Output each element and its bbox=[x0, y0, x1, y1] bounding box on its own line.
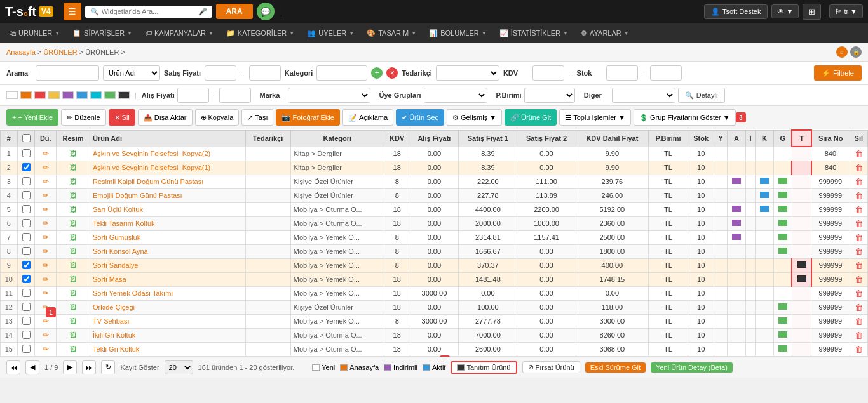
row-name-13[interactable]: TV Sehbası bbox=[90, 314, 246, 328]
row-name-9[interactable]: Sorti Sandalye bbox=[90, 258, 246, 272]
per-page-select[interactable]: 20 50 100 bbox=[165, 360, 193, 374]
row-name-1[interactable]: Aşkın ve Sevginin Felsefesi_Kopya(2) bbox=[90, 147, 246, 161]
flag-green[interactable] bbox=[104, 91, 116, 99]
row-edit-3[interactable]: ✏ bbox=[35, 175, 57, 188]
img-icon-13[interactable]: 🖼 bbox=[70, 317, 77, 325]
flag-blue1[interactable] bbox=[76, 91, 88, 99]
nav-urunler[interactable]: 🛍 ÜRÜNLER ▼ bbox=[3, 25, 66, 41]
detayli-button[interactable]: 🔍 Detaylı bbox=[678, 88, 725, 103]
row-checkbox-8[interactable] bbox=[17, 244, 35, 258]
delete-button-9[interactable]: 🗑 bbox=[855, 261, 863, 270]
delete-button-10[interactable]: 🗑 bbox=[855, 275, 863, 284]
urun-sec-button[interactable]: ✔ Ürün Seç bbox=[396, 109, 444, 126]
row-del-14[interactable]: 🗑 bbox=[850, 328, 867, 342]
row-del-12[interactable]: 🗑 bbox=[850, 300, 867, 314]
sil-button[interactable]: ✕ Sil bbox=[109, 109, 135, 126]
delete-button-5[interactable]: 🗑 bbox=[855, 205, 863, 215]
row-name-12[interactable]: Orkide Çiçeği bbox=[90, 300, 246, 314]
grup-fiyatlari-button[interactable]: 💲 Grup Fiyatlarını Göster ▼ bbox=[634, 109, 736, 126]
edit-button-4[interactable]: ✏ bbox=[43, 191, 49, 200]
row-del-6[interactable]: 🗑 bbox=[850, 216, 867, 230]
row-name-5[interactable]: Sarı Üçlü Koltuk bbox=[90, 202, 246, 216]
row-name-7[interactable]: Sorti Gümüşlük bbox=[90, 230, 246, 244]
row-checkbox-7[interactable] bbox=[17, 230, 35, 244]
row-edit-1[interactable]: ✏ bbox=[35, 147, 57, 161]
edit-button-5[interactable]: ✏ bbox=[43, 205, 49, 214]
row-edit-2[interactable]: ✏ bbox=[35, 161, 57, 175]
row-checkbox-6[interactable] bbox=[17, 216, 35, 230]
edit-button-15[interactable]: ✏ bbox=[43, 345, 49, 353]
delete-button-2[interactable]: 🗑 bbox=[855, 163, 863, 173]
edit-button-11[interactable]: ✏ bbox=[43, 289, 49, 298]
delete-button-4[interactable]: 🗑 bbox=[855, 191, 863, 201]
row-checkbox-1[interactable] bbox=[17, 147, 35, 161]
breadcrumb-urunler1[interactable]: ÜRÜNLER bbox=[43, 48, 77, 56]
edit-button-3[interactable]: ✏ bbox=[43, 177, 49, 186]
lang-button[interactable]: 🏳 tr ▼ bbox=[829, 4, 863, 18]
img-icon-15[interactable]: 🖼 bbox=[70, 345, 77, 353]
legend-aktif[interactable]: Aktif bbox=[423, 364, 445, 371]
stok-from[interactable] bbox=[606, 65, 638, 81]
row-checkbox-5[interactable] bbox=[17, 202, 35, 216]
img-icon-6[interactable]: 🖼 bbox=[70, 220, 77, 227]
row-name-3[interactable]: Resimli Kalpli Doğum Günü Pastası bbox=[90, 175, 246, 188]
row-del-4[interactable]: 🗑 bbox=[850, 188, 867, 202]
edit-button-10[interactable]: ✏ bbox=[43, 275, 49, 284]
row-del-8[interactable]: 🗑 bbox=[850, 244, 867, 258]
row-checkbox-10[interactable] bbox=[17, 272, 35, 286]
row-del-13[interactable]: 🗑 bbox=[850, 314, 867, 328]
row-del-5[interactable]: 🗑 bbox=[850, 202, 867, 216]
img-icon-10[interactable]: 🖼 bbox=[70, 275, 77, 283]
refresh-button[interactable]: ↻ bbox=[101, 360, 115, 374]
eye-button[interactable]: 👁 ▼ bbox=[771, 4, 799, 18]
alis-fiyati-from[interactable] bbox=[177, 88, 209, 103]
flag-black[interactable] bbox=[118, 91, 130, 99]
nav-tasarim[interactable]: 🎨 TASARIM ▼ bbox=[360, 25, 423, 41]
nav-bolumler[interactable]: 📊 BÖLÜMLER ▼ bbox=[423, 25, 492, 41]
row-edit-6[interactable]: ✏ bbox=[35, 216, 57, 230]
row-edit-14[interactable]: ✏ bbox=[35, 328, 57, 342]
flag-orange[interactable] bbox=[20, 91, 32, 99]
urun-adi-select[interactable]: Ürün Adı bbox=[103, 65, 160, 81]
flag-cyan[interactable] bbox=[90, 91, 102, 99]
diger-select[interactable] bbox=[612, 88, 675, 103]
next-page-button[interactable]: ▶ bbox=[63, 360, 77, 374]
row-name-8[interactable]: Sorti Konsol Ayna bbox=[90, 244, 246, 258]
first-page-button[interactable]: ⏮ bbox=[6, 360, 20, 374]
legend-anasayfa[interactable]: Anasayfa bbox=[340, 364, 379, 371]
row-edit-15[interactable]: ✏ bbox=[35, 342, 57, 356]
delete-button-13[interactable]: 🗑 bbox=[855, 317, 863, 326]
row-img-2[interactable]: 🖼 bbox=[57, 161, 90, 175]
nav-istatistikler[interactable]: 📈 İSTATİSTİKLER ▼ bbox=[493, 25, 574, 41]
row-del-7[interactable]: 🗑 bbox=[850, 230, 867, 244]
delete-button-12[interactable]: 🗑 bbox=[855, 303, 863, 312]
nav-kampanyalar[interactable]: 🏷 KAMPANYALAR ▼ bbox=[139, 25, 220, 41]
flag-yellow[interactable] bbox=[48, 91, 60, 99]
fotograf-ekle-button[interactable]: 📷 Fotoğraf Ekle bbox=[276, 109, 339, 126]
delete-button-15[interactable]: 🗑 bbox=[855, 345, 863, 354]
nav-kategoriler[interactable]: 📁 KATEGORİLER ▼ bbox=[220, 25, 301, 41]
kategori-minus-button[interactable]: × bbox=[386, 67, 398, 79]
select-all-checkbox[interactable] bbox=[22, 134, 31, 142]
kdv-from[interactable] bbox=[532, 65, 564, 81]
row-checkbox-14[interactable] bbox=[17, 328, 35, 342]
row-img-13[interactable]: 🖼 bbox=[57, 314, 90, 328]
tanitim-button[interactable]: Tanıtım Ürünü bbox=[451, 361, 517, 374]
row-del-9[interactable]: 🗑 bbox=[850, 258, 867, 272]
img-icon-11[interactable]: 🖼 bbox=[70, 289, 77, 297]
row-checkbox-3[interactable] bbox=[17, 175, 35, 188]
yeni-ekle-button[interactable]: + + Yeni Ekle bbox=[6, 109, 58, 126]
row-checkbox-4[interactable] bbox=[17, 188, 35, 202]
stok-to[interactable] bbox=[650, 65, 682, 81]
grid-button[interactable]: ⊞ bbox=[803, 4, 821, 20]
nav-ayarlar[interactable]: ⚙ AYARLAR ▼ bbox=[574, 25, 635, 41]
row-img-6[interactable]: 🖼 bbox=[57, 216, 90, 230]
firsat-button[interactable]: ⊘ Fırsat Ürünü bbox=[522, 361, 580, 373]
toplu-islemler-button[interactable]: ☰ Toplu İşlemler ▼ bbox=[559, 109, 631, 126]
yeni-urun-button[interactable]: Yeni Ürün Detay (Beta) bbox=[651, 362, 733, 373]
row-del-1[interactable]: 🗑 bbox=[850, 147, 867, 161]
img-icon-8[interactable]: 🖼 bbox=[70, 248, 77, 255]
row-name-11[interactable]: Sorti Yemek Odası Takımı bbox=[90, 286, 246, 300]
row-name-2[interactable]: Aşkın ve Sevginin Felsefesi_Kopya(1) bbox=[90, 161, 246, 175]
row-edit-11[interactable]: ✏ bbox=[35, 286, 57, 300]
